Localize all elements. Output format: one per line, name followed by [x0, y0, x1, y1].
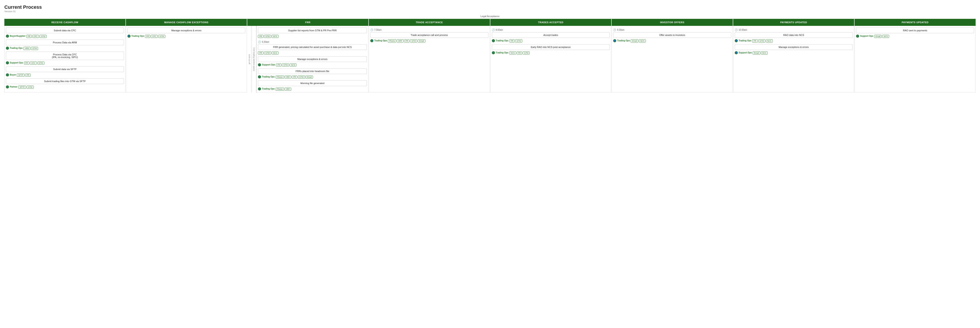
process-item-receive-cashflow-3: Submit data via SFTP👤BuyerSFTPPR — [6, 66, 124, 77]
actor-icon: 👤 — [6, 46, 9, 50]
lane-body-receive-cashflow: Submit data via CFC👤Buyer/SupplierPRCFCG… — [4, 26, 126, 93]
actor-row-payments-updated-1-1: 👤Support OpsEmailNCS — [735, 51, 853, 54]
process-item-payments-updated-2-0: RAO sent to payments👤Support OpsEmailNCS — [856, 27, 974, 38]
actor-icon: 👤 — [258, 75, 261, 78]
page-version: Version 01 — [4, 10, 976, 13]
process-item-trade-acceptance-0: 🕐7.30amTrade acceptance call and process… — [370, 27, 488, 43]
actor-name-investor-offers-0: Trading Ops — [617, 39, 630, 42]
lane-header-investor-offers: INVESTOR OFFERS — [612, 19, 733, 26]
tag-ncs: NCS — [509, 51, 516, 54]
tag-gtm: GTM — [298, 75, 305, 78]
tag-ncs: NCS — [272, 35, 278, 38]
process-box-frr-4: Morning file generated — [258, 80, 367, 86]
tag-gtm: GTM — [264, 35, 271, 38]
actor-row-frr-0: PRGTMNCS — [258, 34, 367, 38]
tag-pr: PR — [509, 39, 515, 43]
lane-body-manage-cashflow-exceptions: Manage exceptions & errors👤Trading OpsPR… — [126, 26, 247, 93]
lane-investor-offers: INVESTOR OFFERS🕐8.30amOffer assets to In… — [612, 19, 733, 93]
process-box-investor-offers-0: Offer assets to Investors — [613, 32, 731, 38]
lane-header-trades-accepted: TRADES ACCEPTED — [490, 19, 611, 26]
tag-pr: PR — [517, 51, 522, 54]
tag-pr: PR — [752, 39, 758, 43]
tag-row-receive-cashflow-4: SFTPGTM — [18, 86, 33, 89]
actor-row-receive-cashflow-3: 👤BuyerSFTPPR — [6, 73, 124, 77]
process-item-trades-accepted-0: 🕐8.00amAccept trades👤Trading OpsPRGTM — [492, 27, 610, 43]
process-box-receive-cashflow-4: Submit trading files into GTM via SFTP — [6, 78, 124, 84]
time-label-frr-1: 🕐6.30am — [258, 40, 367, 43]
actor-icon: 👤 — [735, 39, 738, 42]
tag-row-receive-cashflow-2: PRCFCGTM — [24, 62, 45, 65]
tag-cfc: CFC — [30, 62, 37, 65]
actor-icon: 👤 — [6, 61, 9, 64]
tag-sftp: SFTP — [18, 86, 26, 89]
tag-row-frr-3: PhoneHRFPRGTMEmail — [276, 75, 313, 78]
lane-body-payments-updated-1: 🕐10.00amRAO data into NCS👤Trading OpsPRG… — [733, 26, 854, 93]
tag-row-payments-updated-1-0: PRGTMNCS — [752, 39, 773, 43]
actor-row-frr-1: PRGTMNCS — [258, 51, 367, 54]
actor-name-frr-3: Trading Ops — [262, 75, 275, 78]
process-item-frr-1: 🕐6.30amFRR generated, pricing calculated… — [258, 40, 367, 54]
time-label-trade-acceptance-0: 🕐7.30am — [370, 29, 488, 31]
actor-row-frr-4: 👤Trading OpsPhoneHRF — [258, 87, 367, 91]
process-box-frr-1: FRR generated, pricing calculated for as… — [258, 44, 367, 50]
tag-email: Email — [874, 35, 882, 38]
tag-pr: PR — [26, 35, 32, 38]
tag-row-frr-0: PRGTMNCS — [258, 35, 278, 38]
lane-body-trades-accepted: 🕐8.00amAccept trades👤Trading OpsPRGTMEar… — [490, 26, 611, 93]
process-box-payments-updated-1-0: RAO data into NCS — [735, 32, 853, 38]
tag-row-trades-accepted-0: PRGTM — [509, 39, 522, 43]
tag-hrf: HRF — [397, 39, 404, 43]
page-title: Current Process — [4, 4, 976, 10]
process-item-frr-0: Supplier list reports from GTM & PR Pre-… — [258, 27, 367, 38]
process-box-trades-accepted-0: Accept trades — [492, 32, 610, 38]
tag-hrf: HRF — [285, 75, 291, 78]
tag-email: Email — [418, 39, 425, 43]
lane-trade-acceptance: TRADE ACCEPTANCE🕐7.30amTrade acceptance … — [369, 19, 490, 93]
lane-payments-updated-2: PAYMENTS UPDATEDRAO sent to payments👤Sup… — [854, 19, 976, 93]
actor-name-receive-cashflow-3: Buyer — [10, 74, 16, 76]
tag-row-receive-cashflow-1: ARMGTM — [23, 47, 38, 50]
actor-name-receive-cashflow-0: Buyer/Supplier — [10, 35, 25, 37]
tag-cfc: CFC — [151, 35, 158, 38]
process-box-payments-updated-1-1: Manage exceptions & errors — [735, 44, 853, 50]
tag-pr: PR — [258, 35, 263, 38]
time-label-payments-updated-1-0: 🕐10.00am — [735, 29, 853, 31]
tag-gtm: GTM — [37, 62, 45, 65]
tag-gtm: GTM — [27, 86, 33, 89]
process-item-receive-cashflow-1: Process Data via ARM👤Trading OpsARMGTM — [6, 40, 124, 50]
actor-icon: 👤 — [6, 74, 9, 77]
tag-row-frr-4: PhoneHRF — [276, 88, 291, 91]
process-item-receive-cashflow-4: Submit trading files into GTM via SFTP👤P… — [6, 78, 124, 89]
process-box-receive-cashflow-2: Process Data via CFC (IPA, re-invoicing,… — [6, 52, 124, 60]
process-box-receive-cashflow-3: Submit data via SFTP — [6, 66, 124, 72]
time-label-investor-offers-0: 🕐8.30am — [613, 29, 731, 31]
tag-pr: PR — [25, 74, 30, 77]
process-box-payments-updated-2-0: RAO sent to payments — [856, 27, 974, 33]
actor-icon: 👤 — [492, 39, 495, 42]
tag-ncs: NCS — [290, 64, 296, 67]
tag-hrf: HRF — [285, 88, 291, 91]
lane-body-frr: Supplier list reports from GTM & PR Pre-… — [256, 26, 368, 93]
tag-cfc: CFC — [32, 35, 39, 38]
process-box-trades-accepted-1: Early RAO into NCS post acceptance — [492, 44, 610, 50]
process-box-receive-cashflow-1: Process Data via ARM — [6, 40, 124, 45]
tag-pr: PR — [24, 62, 30, 65]
process-item-frr-2: Manage exceptions & errors👤Support OpsPR… — [258, 56, 367, 67]
tag-row-payments-updated-1-1: EmailNCS — [752, 51, 768, 54]
lane-header-frr: FRR — [247, 19, 368, 26]
actor-row-frr-2: 👤Support OpsPRGTMNCS — [258, 63, 367, 67]
tag-pr: PR — [276, 64, 282, 67]
tag-gtm: GTM — [31, 47, 38, 50]
actor-name-frr-4: Trading Ops — [262, 88, 275, 90]
lane-trades-accepted: TRADES ACCEPTED🕐8.00amAccept trades👤Trad… — [490, 19, 611, 93]
process-item-frr-3: FRRs placed into headroom file👤Trading O… — [258, 68, 367, 78]
actor-row-trades-accepted-1: 👤Trading OpsNCSPRGTM — [492, 51, 610, 54]
actor-name-trade-acceptance-0: Trading Ops — [374, 39, 387, 42]
lane-header-receive-cashflow: RECEIVE CASHFLOW — [4, 19, 126, 26]
process-box-frr-3: FRRs placed into headroom file — [258, 68, 367, 74]
lane-body-payments-updated-2: RAO sent to payments👤Support OpsEmailNCS — [854, 26, 976, 93]
actor-row-investor-offers-0: 👤Trading OpsEmailNCS — [613, 39, 731, 43]
process-box-receive-cashflow-0: Submit data via CFC — [6, 27, 124, 33]
lane-body-investor-offers: 🕐8.30amOffer assets to Investors👤Trading… — [612, 26, 733, 93]
actor-row-manage-cashflow-exceptions-0: 👤Trading OpsPRCFCGTM — [127, 34, 245, 38]
